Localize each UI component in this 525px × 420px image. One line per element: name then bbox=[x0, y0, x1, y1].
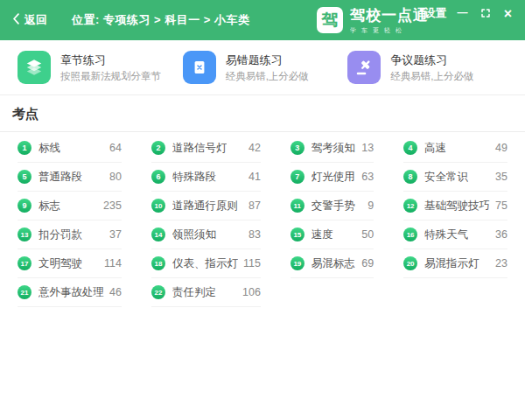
topic-count: 87 bbox=[243, 200, 261, 212]
topic-item[interactable]: 19易混标志69 bbox=[290, 249, 374, 278]
topic-count: 35 bbox=[490, 171, 508, 183]
topic-item[interactable]: 7灯光使用63 bbox=[290, 163, 374, 192]
topic-count: 75 bbox=[490, 200, 508, 212]
topic-number-badge: 21 bbox=[18, 285, 32, 299]
minimize-icon: — bbox=[458, 7, 468, 18]
titlebar-left: 返回 位置: 专项练习 > 科目一 > 小车类 bbox=[12, 12, 250, 28]
topic-item[interactable]: 15速度50 bbox=[290, 220, 374, 249]
topic-label: 扣分罚款 bbox=[38, 228, 82, 242]
topic-count: 115 bbox=[238, 257, 261, 270]
card-error-practice[interactable]: 易错题练习 经典易错,上分必做 bbox=[183, 51, 343, 84]
settings-button[interactable]: 设置 bbox=[424, 6, 446, 21]
topic-count: 41 bbox=[243, 171, 261, 183]
topic-count: 235 bbox=[98, 200, 122, 212]
topic-count: 36 bbox=[490, 228, 508, 241]
topic-number-badge: 12 bbox=[403, 199, 417, 213]
topic-item[interactable]: 6特殊路段41 bbox=[151, 163, 261, 192]
topic-item[interactable]: 18仪表、指示灯115 bbox=[151, 249, 261, 278]
topic-count: 23 bbox=[490, 257, 508, 270]
topic-label: 道路信号灯 bbox=[172, 141, 228, 156]
topic-count: 46 bbox=[104, 286, 122, 298]
topic-label: 易混指示灯 bbox=[424, 256, 480, 271]
topic-item[interactable]: 2道路信号灯42 bbox=[151, 134, 261, 163]
topic-number-badge: 5 bbox=[18, 170, 32, 184]
topic-item[interactable]: 3驾考须知13 bbox=[290, 134, 374, 163]
topic-number-badge: 6 bbox=[151, 170, 165, 184]
card-text: 易错题练习 经典易错,上分必做 bbox=[226, 52, 309, 83]
topic-count: 42 bbox=[243, 142, 261, 154]
topic-count: 83 bbox=[243, 228, 261, 241]
topic-number-badge: 15 bbox=[290, 228, 304, 242]
maximize-button[interactable] bbox=[479, 7, 492, 20]
topic-item[interactable]: 8安全常识35 bbox=[403, 163, 508, 192]
topic-label: 特殊天气 bbox=[424, 228, 468, 242]
window-controls: 设置 — × bbox=[424, 6, 514, 21]
topic-count: 80 bbox=[104, 171, 122, 183]
back-button[interactable]: 返回 bbox=[12, 12, 47, 28]
topic-item[interactable]: 4高速49 bbox=[403, 134, 508, 163]
maximize-icon bbox=[480, 8, 491, 20]
topic-label: 安全常识 bbox=[424, 170, 468, 185]
topic-item[interactable]: 17文明驾驶114 bbox=[18, 249, 122, 278]
app-slogan: 学车更轻松 bbox=[350, 26, 429, 35]
topic-label: 仪表、指示灯 bbox=[172, 256, 238, 271]
topic-label: 责任判定 bbox=[172, 285, 216, 300]
gavel-icon bbox=[347, 51, 381, 84]
topic-item[interactable]: 14领照须知83 bbox=[151, 220, 261, 249]
topic-number-badge: 9 bbox=[18, 199, 32, 213]
topic-count: 49 bbox=[490, 142, 508, 154]
topic-item[interactable]: 20易混指示灯23 bbox=[403, 249, 508, 278]
card-title: 争议题练习 bbox=[390, 52, 473, 67]
topic-number-badge: 13 bbox=[18, 228, 32, 242]
card-dispute-practice[interactable]: 争议题练习 经典易错,上分必做 bbox=[347, 51, 508, 84]
card-subtitle: 经典易错,上分必做 bbox=[390, 70, 473, 83]
topic-label: 易混标志 bbox=[312, 256, 355, 271]
topic-item[interactable]: 1标线64 bbox=[18, 134, 122, 163]
topic-number-badge: 16 bbox=[403, 228, 417, 242]
app-logo-char: 驾 bbox=[322, 9, 339, 32]
topic-item[interactable]: 11交警手势9 bbox=[290, 192, 374, 220]
card-subtitle: 经典易错,上分必做 bbox=[226, 70, 309, 83]
close-button[interactable]: × bbox=[501, 7, 514, 20]
topic-number-badge: 4 bbox=[403, 141, 417, 155]
topic-item[interactable]: 12基础驾驶技巧75 bbox=[403, 192, 508, 220]
card-chapter-practice[interactable]: 章节练习 按照最新法规划分章节 bbox=[18, 51, 178, 84]
topic-number-badge: 20 bbox=[403, 256, 417, 270]
practice-cards: 章节练习 按照最新法规划分章节 易错题练习 经典易错,上分必做 bbox=[0, 40, 525, 95]
titlebar: 返回 位置: 专项练习 > 科目一 > 小车类 驾 驾校一点通 学车更轻松 设置… bbox=[0, 0, 525, 40]
topic-grid: 1标线642道路信号灯423驾考须知134高速495普通路段806特殊路段417… bbox=[0, 132, 525, 307]
topic-label: 基础驾驶技巧 bbox=[424, 199, 490, 214]
topic-number-badge: 7 bbox=[290, 170, 304, 184]
topic-item[interactable]: 10道路通行原则87 bbox=[151, 192, 261, 220]
breadcrumb: 位置: 专项练习 > 科目一 > 小车类 bbox=[72, 12, 250, 28]
close-icon: × bbox=[504, 7, 512, 21]
topic-item[interactable]: 21意外事故处理46 bbox=[18, 278, 122, 307]
minimize-button[interactable]: — bbox=[456, 7, 469, 20]
topic-item[interactable]: 5普通路段80 bbox=[18, 163, 122, 192]
topic-count: 63 bbox=[356, 171, 374, 183]
topic-item[interactable]: 22责任判定106 bbox=[151, 278, 261, 307]
topic-item[interactable]: 9标志235 bbox=[18, 192, 122, 220]
topic-label: 速度 bbox=[312, 228, 333, 242]
topic-number-badge: 8 bbox=[403, 170, 417, 184]
topic-item[interactable]: 16特殊天气36 bbox=[403, 220, 508, 249]
app-brand: 驾 驾校一点通 学车更轻松 bbox=[317, 7, 429, 35]
topic-number-badge: 18 bbox=[151, 256, 165, 270]
topic-number-badge: 1 bbox=[18, 141, 32, 155]
topic-count: 37 bbox=[104, 228, 122, 241]
section-title: 考点 bbox=[0, 106, 525, 131]
topic-item[interactable]: 13扣分罚款37 bbox=[18, 220, 122, 249]
topic-label: 标志 bbox=[38, 199, 60, 214]
topic-label: 标线 bbox=[38, 141, 60, 156]
topic-count: 50 bbox=[356, 228, 374, 241]
app-brand-text: 驾校一点通 学车更轻松 bbox=[350, 7, 429, 35]
card-title: 章节练习 bbox=[60, 52, 161, 67]
back-label: 返回 bbox=[24, 12, 47, 28]
card-text: 争议题练习 经典易错,上分必做 bbox=[390, 52, 473, 83]
topic-number-badge: 19 bbox=[290, 256, 304, 270]
topic-label: 特殊路段 bbox=[172, 170, 216, 185]
topic-number-badge: 22 bbox=[151, 285, 165, 299]
topic-number-badge: 11 bbox=[290, 199, 304, 213]
topic-number-badge: 3 bbox=[290, 141, 304, 155]
card-text: 章节练习 按照最新法规划分章节 bbox=[60, 52, 161, 83]
